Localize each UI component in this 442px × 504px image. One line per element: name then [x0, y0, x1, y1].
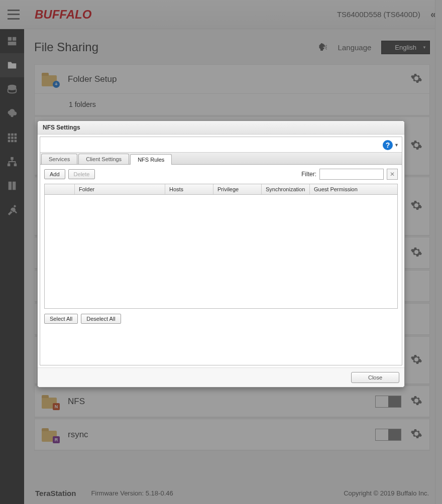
dialog-nfs-settings: NFS Settings ? ▼ Services Client Setting… — [37, 120, 405, 388]
column-guest-permission[interactable]: Guest Permission — [310, 184, 397, 194]
tab-bar: Services Client Settings NFS Rules — [40, 152, 402, 165]
delete-button: Delete — [68, 169, 95, 179]
column-synchronization[interactable]: Synchronization — [262, 184, 310, 194]
filter-input[interactable] — [319, 169, 384, 180]
tab-client-settings[interactable]: Client Settings — [78, 154, 129, 164]
column-folder[interactable]: Folder — [75, 184, 165, 194]
rules-grid: Folder Hosts Privilege Synchronization G… — [44, 184, 398, 309]
column-hosts[interactable]: Hosts — [165, 184, 213, 194]
add-button[interactable]: Add — [44, 169, 65, 179]
tab-services[interactable]: Services — [41, 154, 77, 164]
tab-nfs-rules[interactable]: NFS Rules — [130, 154, 172, 165]
column-checkbox[interactable] — [45, 184, 75, 194]
chevron-down-icon[interactable]: ▼ — [394, 143, 399, 148]
filter-label: Filter: — [301, 171, 316, 178]
dialog-title: NFS Settings — [38, 121, 404, 135]
grid-body — [45, 195, 397, 308]
select-all-button[interactable]: Select All — [44, 314, 78, 324]
deselect-all-button[interactable]: Deselect All — [81, 314, 121, 324]
help-icon[interactable]: ? — [383, 140, 393, 150]
filter-clear-icon[interactable]: ✕ — [387, 169, 398, 180]
close-button[interactable]: Close — [351, 372, 399, 383]
column-privilege[interactable]: Privilege — [213, 184, 262, 194]
